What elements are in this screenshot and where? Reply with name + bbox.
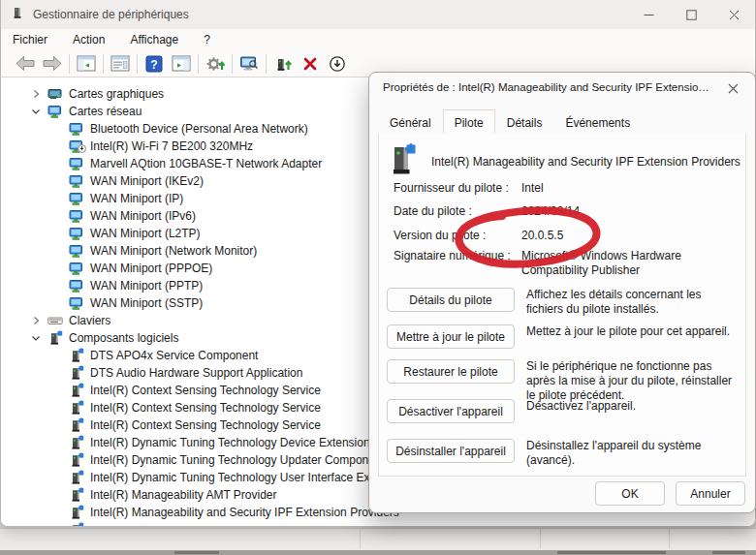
désactiver-l-appareil-button[interactable]: Désactiver l'appareil [387,399,515,423]
remote-computer-icon[interactable] [237,53,261,75]
back-icon[interactable] [14,53,37,75]
maximize-button[interactable] [670,0,712,29]
network-adapter-icon [69,261,84,276]
tree-item-label: WAN Miniport (IKEv2) [90,174,204,188]
chevron-down-icon[interactable] [30,107,42,116]
title-bar: Gestionnaire de périphériques [1,0,755,29]
tree-item-label: Cartes graphiques [69,87,164,101]
tree-item[interactable] [1,521,755,526]
menu-item-affichage[interactable]: Affichage [130,33,178,46]
forward-icon[interactable] [41,53,64,75]
driver-action-row: Désactiver l'appareilDésactivez l'appare… [387,399,738,423]
tree-item-label: Bluetooth Device (Personal Area Network) [90,122,308,136]
menu-item-fichier[interactable]: Fichier [13,33,47,46]
action-description: Affichez les détails concernant les fich… [526,288,738,317]
software-component-icon [47,330,63,346]
network-adapter-icon [69,156,84,171]
network-adapter-icon [69,173,84,189]
action-description: Désinstallez l'appareil du système (avan… [526,439,738,468]
disable-device-icon[interactable] [326,53,349,75]
software-component-icon [69,452,84,468]
background-column-divider [360,529,361,549]
keyboard-icon [47,313,63,328]
mettre-à-jour-le-pilote-button[interactable]: Mettre à jour le pilote [387,324,515,349]
field-label: Signataire numérique : [394,249,521,278]
tree-item-label: Intel(R) Dynamic Tuning Technology User … [90,471,407,484]
driver-action-row: Mettre à jour le piloteMettez à jour le … [387,324,738,349]
tab-détails[interactable]: Détails [495,111,554,135]
tree-item-label: DTS APO4x Service Component [90,349,258,362]
détails-du-pilote-button[interactable]: Détails du pilote [387,288,515,312]
tree-item-label: Intel(R) Dynamic Tuning Technology Updat… [90,453,385,467]
tree-item-label: WAN Miniport (SSTP) [90,296,203,310]
tree-item-label: Intel(R) Context Sensing Technology Serv… [90,418,321,432]
menu-item-action[interactable]: Action [73,33,105,46]
menu-item-?[interactable]: ? [204,33,210,46]
network-adapter-icon [69,139,84,154]
network-adapter-icon [69,243,84,259]
tab-événements[interactable]: Événements [553,111,642,135]
chevron-right-icon[interactable] [30,89,42,99]
tree-item-label: Intel(R) Context Sensing Technology Serv… [90,401,321,415]
software-component-icon [69,487,84,503]
driver-action-row: Désinstaller l'appareilDésinstallez l'ap… [387,439,738,468]
tree-item-label: WAN Miniport (PPPOE) [90,262,212,275]
svg-text:?: ? [150,57,157,71]
chevron-right-icon[interactable] [30,316,42,325]
driver-field-row: Fournisseur du pilote :Intel [394,181,736,196]
tree-item-label: Intel(R) Manageability AMT Provider [90,488,277,502]
uninstall-device-icon[interactable] [299,53,322,75]
tree-item-label: Intel(R) Manageability and Security IPF … [90,506,399,519]
action-description: Si le périphérique ne fonctionne pas apr… [526,359,738,403]
background-text-fragment [174,551,219,554]
background-text-fragment [712,551,745,554]
driver-properties-dialog: Propriétés de : Intel(R) Manageability a… [368,72,756,513]
cancel-button[interactable]: Annuler [676,481,745,506]
close-button[interactable] [712,0,755,29]
tab-général[interactable]: Général [378,111,443,135]
help-icon[interactable]: ? [142,53,166,75]
show-console-tree-icon[interactable] [75,53,98,75]
menu-bar: FichierActionAffichage? [1,29,755,50]
software-component-icon [69,383,84,398]
network-adapter-icon [69,191,84,206]
tree-item-label: WAN Miniport (L2TP) [90,227,201,240]
window-title: Gestionnaire de périphériques [33,8,189,21]
tree-item-label: Cartes réseau [69,105,142,118]
scan-hardware-changes-icon[interactable] [204,53,227,75]
background-text-fragment [557,551,666,554]
dialog-tabs: GénéralPiloteDétailsÉvénements [378,109,746,135]
network-adapter-icon [69,295,84,311]
software-component-icon [69,365,84,381]
driver-field-row: Signataire numérique :Microsoft® Windows… [394,249,736,278]
field-label: Fournisseur du pilote : [394,181,521,196]
désinstaller-l-appareil-button[interactable]: Désinstaller l'appareil [387,439,515,463]
ok-button[interactable]: OK [595,481,665,506]
action-pane-icon[interactable] [170,53,193,75]
field-value: 2024/09/14 [521,204,736,219]
field-value: Intel [521,181,736,196]
software-component-icon [69,522,84,526]
network-adapter-icon [69,278,84,293]
action-description: Mettez à jour le pilote pour cet apparei… [526,324,738,349]
software-component-icon [69,470,84,485]
dialog-close-icon[interactable] [720,77,745,100]
driver-action-row: Détails du piloteAffichez les détails co… [387,288,738,317]
background-column-divider [540,529,541,549]
software-component-icon [69,400,84,416]
tree-item-label: WAN Miniport (PPTP) [90,279,203,293]
tree-item-label: Claviers [69,314,110,327]
background-column-divider [669,529,670,549]
driver-tab-page: Intel(R) Manageability and Security IPF … [378,134,746,477]
restaurer-le-pilote-button[interactable]: Restaurer le pilote [387,359,515,384]
disabled-badge-icon [78,142,86,156]
minimize-button[interactable] [627,0,670,29]
chevron-down-icon[interactable] [30,333,42,343]
tree-item-label: Composants logiciels [69,331,178,345]
driver-action-row: Restaurer le piloteSi le périphérique ne… [387,359,738,403]
tab-pilote[interactable]: Pilote [443,109,495,135]
field-label: Date du pilote : [394,204,521,219]
update-driver-icon[interactable] [271,53,295,75]
properties-icon[interactable] [109,53,132,75]
action-description: Désactivez l'appareil. [526,399,738,423]
